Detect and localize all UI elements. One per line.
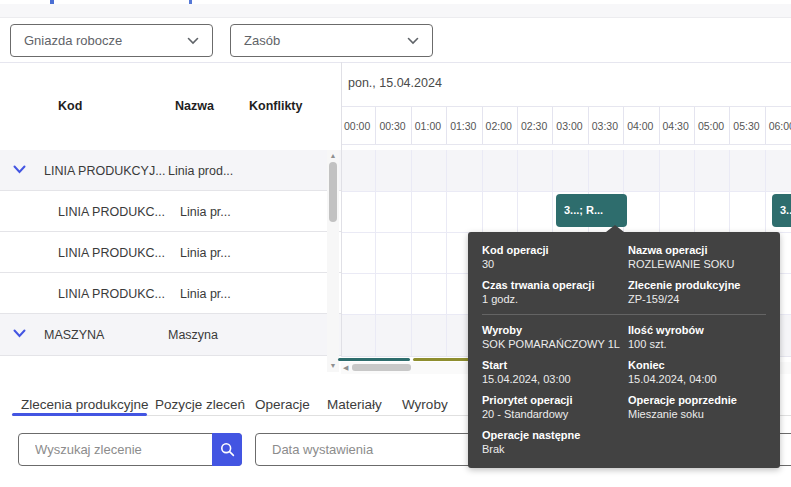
- tab-materialy[interactable]: Materiały: [327, 397, 382, 412]
- tooltip-field-wyroby: Wyroby SOK POMARAŃCZOWY 1L: [482, 324, 628, 350]
- chevron-down-icon: [187, 37, 199, 45]
- timeline-tick-row: 00:00 00:30 01:00 01:30 02:00 02:30 03:0…: [341, 107, 791, 145]
- tooltip-arrow: [606, 225, 624, 232]
- time-tick: 06:00: [766, 107, 791, 144]
- active-tab-indicator: [12, 413, 147, 416]
- resource-kod: LINIA PRODUKCYJ...: [44, 164, 166, 178]
- toolbar-separator-band: [0, 4, 791, 18]
- resource-nazwa: Maszyna: [168, 328, 218, 342]
- tab-operacje[interactable]: Operacje: [255, 397, 310, 412]
- resource-row[interactable]: LINIA PRODUKC... Linia pr...: [0, 232, 341, 273]
- time-tick: 01:00: [412, 107, 447, 144]
- workstations-filter-label: Gniazda robocze: [24, 33, 122, 48]
- scroll-up-icon[interactable]: ▲: [327, 151, 339, 161]
- resource-nazwa: Linia pr...: [180, 246, 231, 260]
- chevron-down-icon: [407, 37, 419, 45]
- resource-group-row[interactable]: MASZYNA Maszyna: [0, 314, 341, 356]
- vertical-scrollbar-thumb[interactable]: [329, 162, 337, 222]
- tooltip-field-ilosc: Ilość wyrobów 100 szt.: [628, 324, 766, 350]
- main-panel-top-border: [0, 62, 791, 63]
- time-tick: 03:30: [589, 107, 624, 144]
- time-tick: 05:30: [730, 107, 765, 144]
- search-order-box: [18, 433, 242, 466]
- time-tick: 04:00: [624, 107, 659, 144]
- tooltip-field-operacje-poprzednie: Operacje poprzednie Mieszanie soku: [628, 394, 766, 420]
- tab-wyroby[interactable]: Wyroby: [402, 397, 448, 412]
- time-tick: 04:30: [660, 107, 695, 144]
- scroll-left-icon[interactable]: ◀: [343, 364, 348, 372]
- table-gantt-divider: [341, 62, 342, 356]
- resource-row[interactable]: LINIA PRODUKC... Linia pr...: [0, 191, 341, 232]
- scroll-down-icon[interactable]: ▼: [327, 361, 339, 371]
- search-icon: [220, 442, 235, 457]
- summary-line-olive: [413, 358, 470, 361]
- timeline-date-label: pon., 15.04.2024: [348, 76, 442, 90]
- production-scheduler-app: Gniazda robocze Zasób Kod Nazwa Konflikt…: [0, 0, 791, 487]
- tooltip-field-start: Start 15.04.2024, 03:00: [482, 359, 628, 385]
- time-tick: 00:30: [376, 107, 411, 144]
- resource-nazwa: Linia pr...: [180, 205, 231, 219]
- time-tick: 02:00: [483, 107, 518, 144]
- vertical-scrollbar[interactable]: ▲ ▼: [327, 150, 339, 372]
- resource-kod: MASZYNA: [44, 328, 104, 342]
- gantt-row-line: [341, 191, 791, 192]
- column-header-nazwa: Nazwa: [175, 99, 214, 113]
- column-header-kod: Kod: [58, 99, 82, 113]
- resource-kod: LINIA PRODUKC...: [58, 205, 165, 219]
- workstations-filter-dropdown[interactable]: Gniazda robocze: [10, 24, 213, 57]
- tooltip-field-koniec: Koniec 15.04.2024, 04:00: [628, 359, 766, 385]
- summary-line-teal: [338, 358, 410, 361]
- column-header-konflikty: Konflikty: [249, 99, 302, 113]
- time-tick: 00:00: [341, 107, 376, 144]
- resource-nazwa: Linia pr...: [180, 287, 231, 301]
- tab-pozycje-zlecen[interactable]: Pozycje zleceń: [155, 397, 245, 412]
- resource-row[interactable]: LINIA PRODUKC... Linia pr...: [0, 273, 341, 314]
- resource-nazwa: Linia prod...: [168, 164, 233, 178]
- gantt-bar-operation[interactable]: 3...: [772, 194, 791, 227]
- collapse-chevron-icon[interactable]: [13, 165, 26, 174]
- time-tick: 03:00: [553, 107, 588, 144]
- operation-tooltip: Kod operacji 30 Nazwa operacji ROZLEWANI…: [468, 232, 780, 468]
- resource-filter-label: Zasób: [244, 33, 280, 48]
- resource-group-row[interactable]: LINIA PRODUKCYJ... Linia prod...: [0, 150, 341, 191]
- search-button[interactable]: [212, 433, 242, 466]
- resource-filter-dropdown[interactable]: Zasób: [230, 24, 433, 57]
- tooltip-field-czas-trwania: Czas trwania operacji 1 godz.: [482, 279, 628, 305]
- search-order-input[interactable]: [19, 434, 213, 465]
- tooltip-field-kod-operacji: Kod operacji 30: [482, 244, 628, 270]
- tooltip-field-nazwa-operacji: Nazwa operacji ROZLEWANIE SOKU: [628, 244, 766, 270]
- time-tick: 05:00: [695, 107, 730, 144]
- collapse-chevron-icon[interactable]: [13, 329, 26, 338]
- tooltip-field-priorytet: Priorytet operacji 20 - Standardowy: [482, 394, 628, 420]
- time-tick: 02:30: [518, 107, 553, 144]
- gantt-bar-operation[interactable]: 3...; R...: [556, 194, 627, 227]
- resource-kod: LINIA PRODUKC...: [58, 287, 165, 301]
- horizontal-scrollbar-thumb[interactable]: [352, 364, 411, 371]
- tooltip-field-zlecenie: Zlecenie produkcyjne ZP-159/24: [628, 279, 766, 305]
- time-tick: 01:30: [447, 107, 482, 144]
- resource-kod: LINIA PRODUKC...: [58, 246, 165, 260]
- tab-zlecenia-produkcyjne[interactable]: Zlecenia produkcyjne: [21, 397, 149, 412]
- tooltip-divider: [482, 314, 766, 315]
- tooltip-field-operacje-nastepne: Operacje następne Brak: [482, 429, 628, 455]
